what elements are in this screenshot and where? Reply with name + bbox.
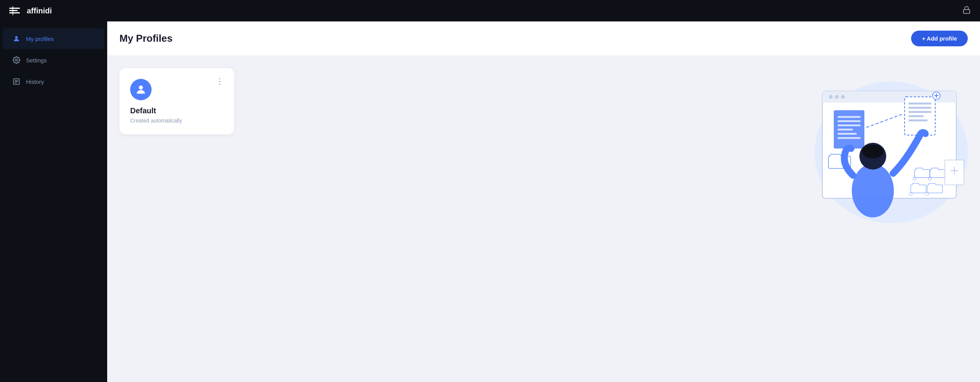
- svg-point-39: [923, 131, 929, 137]
- profile-avatar: [130, 79, 152, 100]
- content-area: ⋮ Default Created automatically: [107, 56, 980, 382]
- svg-rect-24: [838, 133, 857, 135]
- svg-rect-30: [908, 111, 931, 113]
- svg-rect-31: [908, 115, 924, 117]
- navbar: affinidi: [0, 0, 980, 21]
- svg-rect-25: [838, 137, 861, 139]
- logo-icon: [9, 6, 23, 15]
- svg-rect-23: [838, 129, 853, 131]
- add-profile-button[interactable]: + Add profile: [911, 31, 968, 46]
- main-content: My Profiles + Add profile ⋮ Default Crea…: [107, 21, 980, 382]
- svg-point-18: [841, 95, 845, 99]
- page-header: My Profiles + Add profile: [107, 21, 980, 56]
- sidebar-item-label: Settings: [26, 57, 47, 64]
- sidebar-item-label: My profiles: [26, 36, 54, 42]
- sidebar-item-my-profiles[interactable]: My profiles: [3, 28, 104, 49]
- svg-rect-4: [964, 10, 970, 13]
- svg-rect-28: [908, 103, 931, 104]
- illustration: [784, 68, 968, 229]
- list-icon: [12, 77, 21, 86]
- profile-name: Default: [130, 106, 224, 115]
- svg-point-6: [16, 59, 18, 61]
- gear-icon: [12, 56, 21, 64]
- svg-point-17: [835, 95, 839, 99]
- logo-text: affinidi: [27, 7, 52, 15]
- svg-rect-22: [838, 124, 861, 126]
- svg-point-11: [139, 85, 143, 90]
- profile-subtitle: Created automatically: [130, 118, 224, 124]
- sidebar-item-label: History: [26, 78, 44, 85]
- svg-point-36: [852, 164, 894, 217]
- svg-rect-15: [822, 100, 956, 103]
- svg-rect-0: [9, 8, 20, 9]
- profile-card[interactable]: ⋮ Default Created automatically: [119, 68, 234, 134]
- illustration-area: [784, 68, 968, 229]
- sidebar: My profiles Settings History: [0, 21, 107, 382]
- sidebar-item-history[interactable]: History: [3, 71, 104, 92]
- svg-rect-21: [838, 120, 861, 122]
- svg-rect-2: [9, 12, 20, 13]
- sidebar-item-settings[interactable]: Settings: [3, 50, 104, 70]
- page-title: My Profiles: [119, 33, 173, 44]
- svg-rect-20: [838, 116, 861, 118]
- lock-icon: [962, 6, 971, 16]
- profiles-area: ⋮ Default Created automatically: [119, 68, 769, 134]
- svg-point-38: [862, 145, 884, 158]
- card-menu-button[interactable]: ⋮: [213, 76, 227, 87]
- layout: My profiles Settings History: [0, 21, 980, 382]
- svg-point-16: [829, 95, 833, 99]
- person-icon: [12, 34, 21, 43]
- svg-rect-29: [908, 107, 931, 109]
- svg-point-5: [15, 36, 18, 39]
- svg-rect-3: [12, 6, 13, 15]
- svg-rect-32: [908, 119, 928, 121]
- logo: affinidi: [9, 6, 52, 15]
